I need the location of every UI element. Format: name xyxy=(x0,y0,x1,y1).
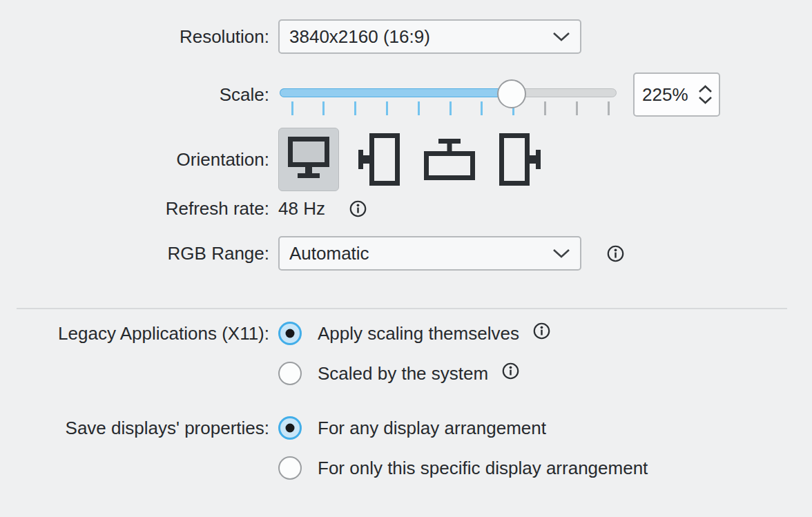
info-icon[interactable] xyxy=(502,362,519,384)
monitor-landscape-icon xyxy=(288,137,329,182)
rgb-range-value: Automatic xyxy=(289,243,552,264)
orientation-row: Orientation: xyxy=(0,128,812,191)
radio-button[interactable] xyxy=(278,322,302,345)
resolution-dropdown[interactable]: 3840x2160 (16:9) xyxy=(278,19,581,54)
chevron-down-icon xyxy=(552,32,570,41)
spin-up-icon[interactable] xyxy=(698,85,713,93)
slider-handle[interactable] xyxy=(497,79,526,108)
resolution-row: Resolution: 3840x2160 (16:9) xyxy=(0,19,812,54)
section-separator xyxy=(17,308,787,309)
radio-button[interactable] xyxy=(278,416,302,440)
radio-button[interactable] xyxy=(278,456,302,480)
rgb-range-label: RGB Range: xyxy=(0,236,269,271)
monitor-portrait-icon xyxy=(358,133,400,186)
spin-down-icon[interactable] xyxy=(698,96,713,104)
orientation-buttons xyxy=(278,128,550,191)
chevron-down-icon xyxy=(552,248,570,258)
radio-option-specific-arrangement[interactable]: For only this specific display arrangeme… xyxy=(278,456,648,480)
save-properties-label: Save displays' properties: xyxy=(0,416,269,440)
radio-option-scaled-by-system[interactable]: Scaled by the system xyxy=(278,362,519,385)
orientation-landscape-button[interactable] xyxy=(278,128,339,191)
scale-label: Scale: xyxy=(0,72,269,117)
monitor-portrait-flipped-icon xyxy=(499,133,541,186)
refresh-rate-row: Refresh rate: 48 Hz xyxy=(0,199,812,218)
legacy-applications-label: Legacy Applications (X11): xyxy=(0,322,269,345)
monitor-landscape-flipped-icon xyxy=(424,139,475,180)
info-icon[interactable] xyxy=(607,245,624,267)
display-settings-panel: Resolution: 3840x2160 (16:9) Scale: 225% xyxy=(0,0,812,517)
radio-option-label[interactable]: For any display arrangement xyxy=(318,418,546,439)
refresh-rate-label: Refresh rate: xyxy=(0,199,269,218)
slider-fill xyxy=(280,88,512,97)
radio-option-label[interactable]: Scaled by the system xyxy=(318,363,488,384)
radio-option-apply-scaling-themselves[interactable]: Apply scaling themselves xyxy=(278,322,550,345)
info-icon[interactable] xyxy=(349,200,367,222)
refresh-rate-value: 48 Hz xyxy=(278,199,325,218)
radio-option-label[interactable]: Apply scaling themselves xyxy=(318,323,519,344)
orientation-label: Orientation: xyxy=(0,128,269,191)
scale-slider[interactable] xyxy=(278,72,618,117)
info-icon[interactable] xyxy=(533,322,550,344)
orientation-portrait-button[interactable] xyxy=(349,128,409,191)
radio-option-any-arrangement[interactable]: For any display arrangement xyxy=(278,416,546,440)
orientation-landscape-flipped-button[interactable] xyxy=(419,128,480,191)
rgb-range-dropdown[interactable]: Automatic xyxy=(278,236,581,271)
resolution-value: 3840x2160 (16:9) xyxy=(289,26,552,48)
scale-value: 225% xyxy=(642,84,698,106)
radio-option-label[interactable]: For only this specific display arrangeme… xyxy=(318,458,648,479)
rgb-range-row: RGB Range: Automatic xyxy=(0,236,812,271)
scale-spinbox[interactable]: 225% xyxy=(633,72,720,117)
scale-row: Scale: 225% xyxy=(0,72,812,117)
orientation-portrait-flipped-button[interactable] xyxy=(490,128,550,191)
resolution-label: Resolution: xyxy=(0,19,269,54)
radio-button[interactable] xyxy=(278,362,302,385)
